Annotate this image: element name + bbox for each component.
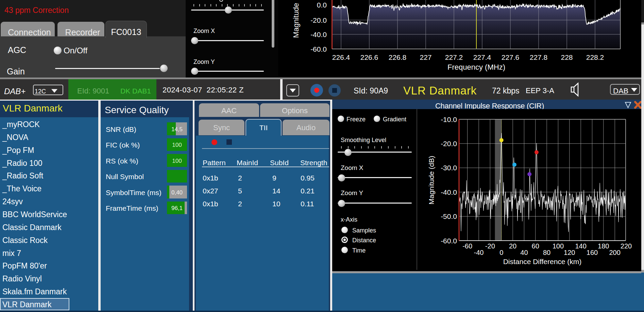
svg-text:0.0: 0.0 — [317, 1, 327, 9]
svg-text:-40.0: -40.0 — [441, 188, 457, 196]
svg-text:0: 0 — [499, 249, 503, 256]
svg-text:-20.0: -20.0 — [310, 16, 327, 24]
svg-text:100: 100 — [553, 242, 564, 250]
svg-text:-30.0: -30.0 — [441, 164, 457, 172]
svg-text:226.8: 226.8 — [389, 53, 407, 61]
svg-text:228: 228 — [561, 53, 573, 61]
svg-text:226.4: 226.4 — [332, 53, 350, 61]
svg-text:227.6: 227.6 — [502, 53, 520, 61]
svg-text:Distance Difference (km): Distance Difference (km) — [503, 258, 582, 265]
svg-text:60: 60 — [532, 242, 539, 250]
svg-text:120: 120 — [564, 249, 575, 256]
svg-text:-60.0: -60.0 — [441, 237, 457, 245]
svg-text:Frequency (MHz): Frequency (MHz) — [447, 63, 505, 71]
svg-text:227.2: 227.2 — [445, 53, 463, 61]
svg-text:-10.0: -10.0 — [441, 116, 457, 123]
svg-text:227.4: 227.4 — [473, 53, 491, 61]
svg-text:-60.0: -60.0 — [310, 45, 327, 53]
svg-text:-50.0: -50.0 — [441, 212, 457, 220]
svg-text:40: 40 — [520, 249, 528, 256]
svg-text:180: 180 — [598, 242, 609, 250]
svg-text:Magnitude (dB): Magnitude (dB) — [427, 156, 435, 205]
svg-text:-40: -40 — [474, 249, 484, 256]
svg-text:20: 20 — [509, 242, 516, 250]
svg-text:227: 227 — [420, 53, 431, 61]
svg-text:228.2: 228.2 — [586, 53, 604, 61]
svg-text:-20.0: -20.0 — [441, 140, 457, 148]
svg-text:140: 140 — [575, 242, 586, 250]
svg-text:220: 220 — [621, 242, 632, 250]
svg-text:226.6: 226.6 — [360, 53, 378, 61]
svg-text:-20: -20 — [485, 242, 495, 250]
svg-text:80: 80 — [543, 249, 550, 256]
svg-text:200: 200 — [609, 249, 621, 256]
svg-text:227.8: 227.8 — [530, 53, 548, 61]
svg-text:160: 160 — [587, 249, 598, 256]
svg-text:-60: -60 — [462, 242, 472, 250]
svg-text:Magnitude: Magnitude — [292, 3, 300, 38]
svg-text:-40.0: -40.0 — [310, 31, 327, 38]
